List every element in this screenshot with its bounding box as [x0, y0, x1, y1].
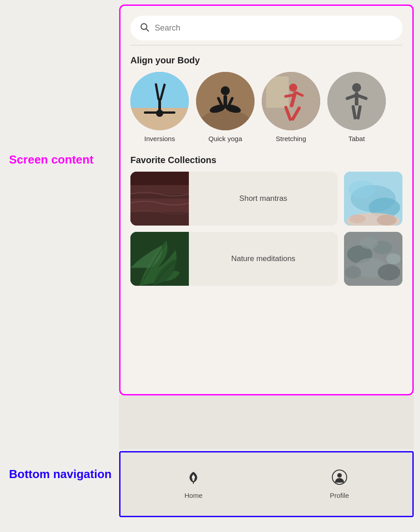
tabata-label: Tabat — [349, 135, 365, 142]
mantras-label: Short mantras — [189, 194, 338, 203]
nature-thumb — [130, 232, 189, 286]
profile-label: Profile — [330, 492, 349, 499]
svg-point-42 — [349, 214, 366, 223]
svg-point-55 — [337, 473, 342, 478]
tabata-image — [327, 72, 386, 130]
stretching-label: Stretching — [276, 135, 306, 142]
svg-rect-34 — [130, 172, 189, 185]
screen-content-area: Align your Body — [119, 4, 414, 395]
bottom-navigation: Home Profile — [119, 451, 414, 517]
nav-item-profile[interactable]: Profile — [267, 469, 413, 499]
svg-rect-7 — [160, 111, 175, 114]
mantras-thumb — [130, 172, 189, 226]
svg-rect-36 — [130, 199, 189, 212]
svg-rect-19 — [266, 76, 289, 108]
quickyoga-label: Quick yoga — [208, 135, 242, 142]
svg-point-52 — [386, 253, 401, 264]
screen-content-label: Screen content — [9, 153, 94, 167]
nature-label: Nature meditations — [189, 254, 338, 263]
collection-card-mantras[interactable]: Short mantras — [130, 172, 338, 226]
collection-card-water[interactable] — [344, 172, 402, 226]
svg-line-1 — [146, 29, 148, 31]
svg-point-27 — [352, 83, 361, 92]
stones-thumb — [344, 232, 402, 286]
circle-item-inversions[interactable]: Inversions — [130, 72, 189, 142]
water-thumb — [344, 172, 402, 226]
collections-row-2: Nature meditations — [130, 232, 402, 286]
circles-row: Inversions — [130, 72, 402, 142]
svg-point-49 — [345, 266, 361, 279]
favorite-collections-title: Favorite Collections — [130, 155, 402, 165]
svg-point-39 — [349, 181, 375, 199]
search-input[interactable] — [155, 23, 393, 33]
collections-row-1: Short mantras — [130, 172, 402, 226]
collection-card-stones[interactable] — [344, 232, 402, 286]
bottom-navigation-label: Bottom navigation — [9, 467, 112, 481]
profile-icon — [331, 469, 348, 489]
svg-point-51 — [360, 237, 378, 249]
bottom-area-gap — [119, 395, 414, 449]
circle-item-quickyoga[interactable]: Quick yoga — [196, 72, 255, 142]
svg-point-20 — [289, 84, 297, 92]
circle-item-tabata[interactable]: Tabat — [327, 72, 386, 142]
svg-rect-53 — [193, 482, 194, 484]
svg-point-12 — [221, 86, 230, 95]
svg-point-43 — [377, 215, 397, 226]
inversions-label: Inversions — [144, 135, 175, 142]
align-body-title: Align your Body — [130, 55, 402, 66]
search-bar[interactable] — [130, 16, 402, 40]
search-divider — [130, 45, 402, 45]
search-icon — [139, 22, 149, 34]
home-icon — [185, 469, 201, 489]
collection-card-nature[interactable]: Nature meditations — [130, 232, 338, 286]
quickyoga-image — [196, 72, 255, 130]
circle-item-stretching[interactable]: Stretching — [262, 72, 320, 142]
svg-point-50 — [378, 264, 400, 280]
nav-item-home[interactable]: Home — [121, 469, 267, 499]
inversions-image — [130, 72, 189, 130]
stretching-image — [262, 72, 320, 130]
svg-rect-6 — [144, 111, 160, 114]
home-label: Home — [184, 492, 202, 499]
